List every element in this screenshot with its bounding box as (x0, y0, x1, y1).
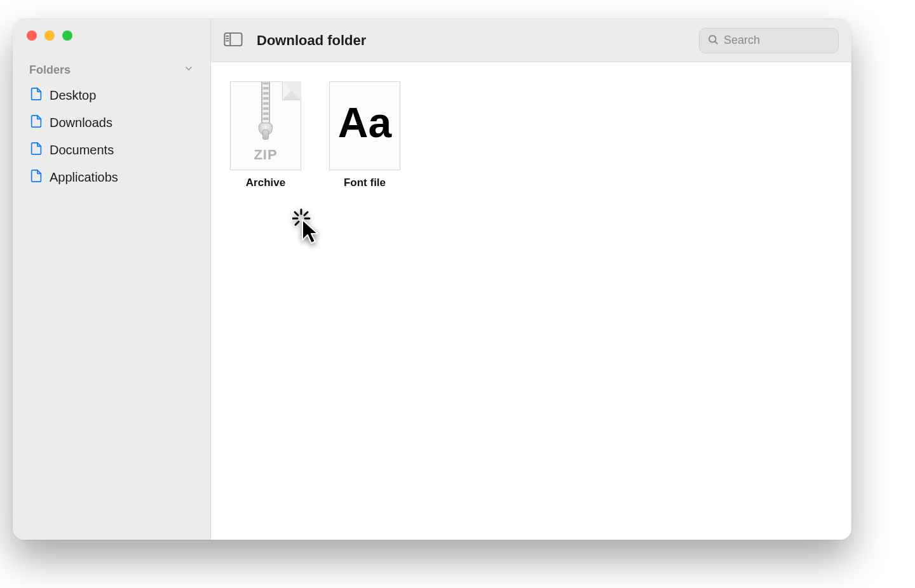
document-icon (29, 142, 43, 159)
zip-badge: ZIP (254, 147, 277, 163)
close-button[interactable] (27, 30, 37, 41)
sidebar-section-folders: Folders Desktop Downloads (13, 60, 210, 191)
search-input[interactable] (724, 34, 830, 47)
document-icon (29, 114, 43, 131)
file-item-font[interactable]: Aa Font file (329, 81, 400, 189)
svg-line-9 (304, 212, 308, 215)
search-icon (707, 34, 719, 48)
traffic-lights (13, 30, 210, 60)
document-icon (29, 87, 43, 104)
sidebar-toggle-icon[interactable] (224, 32, 243, 50)
sidebar-item-label: Downloads (50, 116, 112, 130)
file-label: Font file (344, 177, 386, 189)
svg-line-13 (304, 222, 307, 225)
document-icon (29, 169, 43, 186)
sidebar-item-label: Documents (50, 143, 114, 157)
font-glyph: Aa (338, 102, 391, 144)
minimize-button[interactable] (44, 30, 55, 41)
sidebar-item-label: Applicatiobs (50, 170, 118, 185)
sidebar-section-header[interactable]: Folders (24, 60, 199, 82)
sidebar-section-label: Folders (29, 63, 71, 77)
font-file-icon: Aa (329, 81, 400, 170)
svg-line-8 (295, 212, 298, 215)
main-panel: Download folder ZIP (211, 19, 851, 540)
svg-line-12 (295, 222, 299, 225)
fullscreen-button[interactable] (62, 30, 72, 41)
file-label: Archive (246, 177, 285, 189)
cursor-click-icon (292, 208, 327, 248)
finder-window: Folders Desktop Downloads (13, 19, 851, 540)
sidebar-item-applications[interactable]: Applicatiobs (24, 164, 199, 191)
toolbar: Download folder (211, 19, 851, 62)
sidebar-item-downloads[interactable]: Downloads (24, 109, 199, 137)
chevron-down-icon (184, 63, 194, 77)
sidebar-item-label: Desktop (50, 88, 96, 103)
page-title: Download folder (257, 32, 366, 49)
search-box[interactable] (699, 28, 839, 53)
zip-file-icon: ZIP (230, 81, 301, 170)
sidebar: Folders Desktop Downloads (13, 19, 211, 540)
svg-rect-0 (224, 33, 241, 46)
sidebar-item-desktop[interactable]: Desktop (24, 82, 199, 109)
svg-line-6 (715, 41, 717, 43)
file-grid: ZIP Archive Aa Font file (211, 62, 851, 540)
sidebar-item-documents[interactable]: Documents (24, 137, 199, 164)
file-item-archive[interactable]: ZIP Archive (230, 81, 301, 189)
